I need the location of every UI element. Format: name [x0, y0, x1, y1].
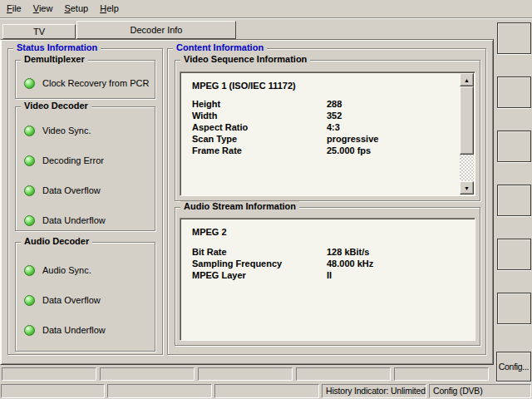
- statusbar-config-mode: Config (DVB): [429, 384, 531, 398]
- status-bar: History Indicator: Unlimited Config (DVB…: [0, 382, 532, 399]
- video-decoder-title: Video Decoder: [21, 101, 91, 111]
- status-led-icon: [24, 295, 35, 306]
- info-row-scan-type: Scan Type progressive: [192, 134, 458, 145]
- vertical-scrollbar[interactable]: ▲ ▼: [460, 73, 474, 195]
- statusbar-segment-3: [214, 384, 319, 398]
- hotkey-slot-1: [2, 367, 96, 381]
- status-item-clock-recovery: Clock Recovery from PCR: [24, 77, 149, 89]
- hotkey-slot-5: [394, 367, 489, 381]
- demultiplexer-group: Demultiplexer Clock Recovery from PCR: [15, 60, 155, 99]
- status-item-label: Data Underflow: [42, 215, 106, 225]
- status-item-label: Video Sync.: [42, 126, 91, 135]
- softkey-button-5[interactable]: [497, 239, 531, 270]
- statusbar-segment-2: [107, 384, 212, 398]
- application-window: File View Setup Help TV Decoder Info Sta…: [0, 0, 532, 399]
- softkey-button-2[interactable]: [497, 76, 531, 108]
- info-row-width: Width 352: [192, 111, 458, 122]
- status-item-label: Data Overflow: [42, 185, 101, 195]
- info-row-bit-rate: Bit Rate 128 kBit/s: [192, 247, 458, 259]
- status-led-icon: [24, 78, 35, 89]
- status-item-label: Audio Sync.: [42, 265, 91, 275]
- audio-codec-header: MPEG 2: [192, 227, 458, 239]
- status-led-icon: [24, 126, 35, 136]
- status-information-title: Status Information: [13, 42, 101, 52]
- config-button[interactable]: Config...: [496, 352, 531, 382]
- hotkey-slot-2: [100, 367, 195, 381]
- status-item-label: Clock Recovery from PCR: [42, 78, 149, 88]
- status-led-icon: [24, 155, 35, 166]
- info-row-sampling-frequency: Sampling Frequency 48.000 kHz: [192, 259, 458, 270]
- menu-bar: File View Setup Help: [0, 0, 532, 18]
- status-item-audio-data-overflow: Data Overflow: [24, 294, 101, 306]
- tab-tv[interactable]: TV: [2, 24, 76, 39]
- video-decoder-group: Video Decoder Video Sync. Decoding Error…: [15, 106, 155, 231]
- status-led-icon: [24, 265, 35, 276]
- video-sequence-title: Video Sequence Information: [180, 54, 310, 64]
- menu-view[interactable]: View: [33, 3, 53, 17]
- content-information-title: Content Information: [173, 42, 267, 52]
- menu-file[interactable]: File: [7, 3, 22, 17]
- softkey-button-4[interactable]: [497, 185, 531, 216]
- info-row-frame-rate: Frame Rate 25.000 fps: [192, 145, 458, 157]
- menu-help[interactable]: Help: [100, 3, 119, 17]
- menu-setup[interactable]: Setup: [64, 3, 88, 17]
- hotkey-slot-3: [198, 367, 293, 381]
- status-information-group: Status Information Demultiplexer Clock R…: [7, 48, 163, 355]
- statusbar-history-indicator: History Indicator: Unlimited: [322, 384, 426, 398]
- info-row-mpeg-layer: MPEG Layer II: [192, 270, 458, 282]
- video-sequence-content: MPEG 1 (ISO/IEC 11172) Height 288 Width …: [180, 72, 475, 157]
- status-led-icon: [24, 185, 35, 196]
- audio-stream-title: Audio Stream Information: [180, 201, 299, 211]
- content-information-group: Content Information Video Sequence Infor…: [167, 48, 486, 355]
- tab-decoder-info[interactable]: Decoder Info: [76, 21, 236, 39]
- status-item-label: Decoding Error: [42, 155, 104, 165]
- status-item-decoding-error: Decoding Error: [24, 155, 104, 166]
- scroll-down-icon: ▼: [464, 185, 470, 191]
- softkey-button-3[interactable]: [497, 131, 531, 162]
- main-panel: Status Information Demultiplexer Clock R…: [0, 39, 494, 365]
- hotkey-slot-4: [296, 367, 391, 381]
- scrollbar-track[interactable]: [460, 155, 474, 181]
- info-row-height: Height 288: [192, 99, 458, 111]
- status-item-label: Data Underflow: [42, 325, 106, 335]
- status-item-video-data-overflow: Data Overflow: [24, 185, 101, 196]
- audio-decoder-group: Audio Decoder Audio Sync. Data Overflow …: [15, 242, 155, 352]
- audio-stream-content: MPEG 2 Bit Rate 128 kBit/s Sampling Freq…: [180, 219, 475, 282]
- video-codec-header: MPEG 1 (ISO/IEC 11172): [192, 81, 458, 92]
- status-led-icon: [24, 215, 35, 226]
- status-item-audio-sync: Audio Sync.: [24, 264, 91, 276]
- status-item-video-data-underflow: Data Underflow: [24, 214, 106, 226]
- scroll-up-icon: ▲: [464, 77, 470, 83]
- softkey-button-6[interactable]: [497, 293, 531, 324]
- scrollbar-up-button[interactable]: ▲: [460, 73, 474, 86]
- video-sequence-information-group: Video Sequence Information MPEG 1 (ISO/I…: [175, 60, 480, 201]
- scrollbar-down-button[interactable]: ▼: [460, 181, 474, 195]
- video-sequence-panel: MPEG 1 (ISO/IEC 11172) Height 288 Width …: [180, 71, 475, 196]
- softkey-button-1[interactable]: [497, 22, 531, 54]
- audio-decoder-title: Audio Decoder: [21, 236, 92, 246]
- status-led-icon: [24, 325, 35, 336]
- audio-stream-panel: MPEG 2 Bit Rate 128 kBit/s Sampling Freq…: [180, 218, 475, 341]
- scrollbar-thumb[interactable]: [460, 86, 474, 155]
- demultiplexer-title: Demultiplexer: [21, 54, 88, 64]
- tab-bar: TV Decoder Info: [0, 19, 532, 39]
- status-item-label: Data Overflow: [42, 295, 101, 305]
- status-item-audio-data-underflow: Data Underflow: [24, 324, 106, 336]
- info-row-aspect-ratio: Aspect Ratio 4:3: [192, 122, 458, 134]
- statusbar-segment-1: [1, 384, 105, 398]
- audio-stream-information-group: Audio Stream Information MPEG 2 Bit Rate…: [175, 207, 480, 346]
- status-item-video-sync: Video Sync.: [24, 125, 91, 136]
